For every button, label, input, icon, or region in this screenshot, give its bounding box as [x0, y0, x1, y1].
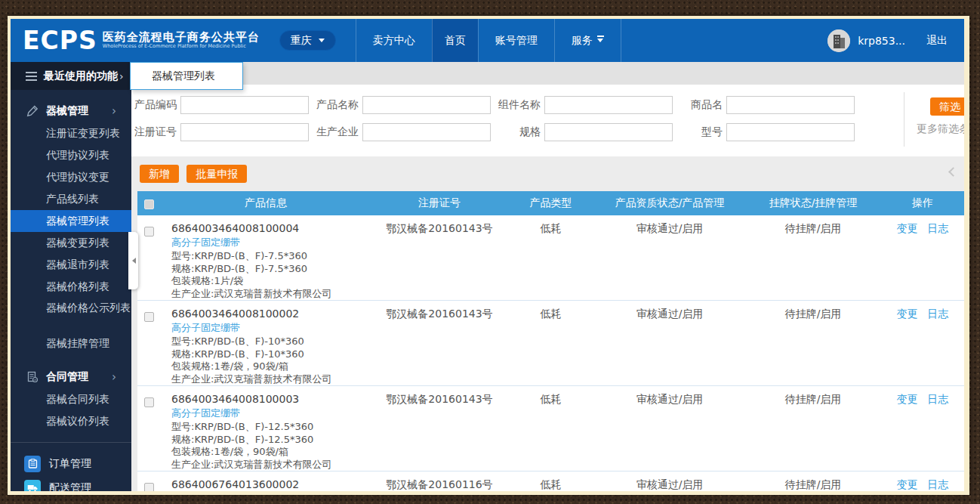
user-avatar[interactable] [827, 29, 850, 52]
row-checkbox[interactable] [144, 483, 154, 492]
chevron-right-icon: › [112, 370, 116, 384]
order-clipboard-icon [24, 456, 41, 472]
registration-no-label: 注册证号 [131, 125, 177, 139]
nav-home[interactable]: 首页 [432, 19, 478, 62]
log-link[interactable]: 日志 [927, 222, 948, 234]
log-link[interactable]: 日志 [927, 478, 948, 490]
sidebar-section-device-management[interactable]: 器械管理 › [11, 100, 131, 122]
sidebar-collapse-handle[interactable] [128, 232, 138, 289]
row-checkbox[interactable] [144, 312, 154, 322]
back-chevron-icon[interactable] [948, 167, 958, 177]
manufacturer-input[interactable] [362, 123, 491, 141]
recently-used-header[interactable]: 最近使用的功能 › [11, 62, 131, 90]
sidebar-item-product-line-list[interactable]: 产品线列表 [11, 188, 131, 210]
filter-button[interactable]: 筛选 [930, 97, 964, 116]
col-operations: 操作 [881, 196, 964, 210]
sidebar-section-contract-management[interactable]: 合同管理 › [11, 366, 131, 388]
listing-status: 待挂牌/启用 [745, 308, 881, 321]
sidebar-item-registration-change-list[interactable]: 注册证变更列表 [11, 122, 131, 144]
qualification-status: 审核通过/启用 [594, 308, 745, 321]
listing-status: 待挂牌/启用 [745, 393, 881, 407]
user-area: krp853... 退出 [827, 19, 964, 62]
sidebar-item-order-management[interactable]: 订单管理 [11, 452, 131, 475]
product-table: 产品信息 注册证号 产品类型 产品资质状态/产品管理 挂牌状态/挂牌管理 操作 … [137, 191, 964, 491]
sidebar-item-agency-agreement-change[interactable]: 代理协议变更 [11, 166, 131, 188]
product-code-input[interactable] [180, 96, 309, 114]
sidebar-item-agency-agreement-list[interactable]: 代理协议列表 [11, 144, 131, 166]
table-row: 6864003464008100004 高分子固定绷带 型号:KRP/BD-(B… [137, 215, 964, 301]
sidebar-item-device-change-list[interactable]: 器械变更列表 [11, 232, 131, 254]
listing-status: 待挂牌/启用 [745, 222, 881, 236]
contract-icon [26, 371, 39, 383]
nav-account-management[interactable]: 账号管理 [478, 19, 554, 62]
product-name-link[interactable]: 高分子固定绷带 [171, 237, 371, 249]
recently-used-label: 最近使用的功能 [44, 70, 118, 83]
change-link[interactable]: 变更 [897, 308, 918, 320]
recent-dropdown-label: 器械管理列表 [152, 70, 215, 83]
sidebar-item-device-price-list[interactable]: 器械价格列表 [11, 276, 131, 298]
col-registration-no: 注册证号 [371, 196, 507, 210]
model-input[interactable] [726, 123, 855, 141]
topbar: ECPS 医药全流程电子商务公共平台 WholeProcess of E-Com… [11, 19, 964, 62]
sidebar-divider [11, 442, 131, 443]
select-all-checkbox[interactable] [144, 199, 154, 209]
registration-no-input[interactable] [180, 123, 309, 141]
product-code: 6864003464008100004 [171, 222, 371, 235]
platform-title: 医药全流程电子商务公共平台 [103, 31, 260, 44]
sidebar-item-device-negotiation-list[interactable]: 器械议价列表 [11, 410, 131, 432]
main-content: 产品编码 产品名称 组件名称 商品名 注册证号 [131, 85, 964, 491]
platform-subtitle: WholeProcess of E-Commerce Platform for … [103, 44, 260, 49]
component-name-input[interactable] [544, 96, 673, 114]
nav-services[interactable]: 服务 [554, 19, 621, 62]
registration-no: 鄂汉械备20160116号 [371, 478, 507, 491]
change-link[interactable]: 变更 [897, 393, 918, 405]
section-title: 器械管理 [46, 104, 88, 118]
component-name-label: 组件名称 [495, 98, 541, 112]
services-dropdown-icon [597, 36, 604, 45]
region-selector[interactable]: 重庆 [279, 30, 336, 51]
sidebar-item-device-listing-management[interactable]: 器械挂牌管理 [11, 332, 131, 354]
registration-no: 鄂汉械备20160143号 [371, 308, 507, 321]
product-name-link[interactable]: 高分子固定绷带 [171, 322, 371, 335]
product-type: 低耗 [507, 308, 594, 321]
sidebar-item-device-price-publicity-list[interactable]: 器械价格公示列表 [11, 298, 131, 332]
log-link[interactable]: 日志 [927, 308, 948, 320]
change-link[interactable]: 变更 [897, 478, 918, 490]
section-title: 合同管理 [46, 370, 88, 384]
product-code: 6864006764013600002 [171, 478, 371, 491]
registration-no: 鄂汉械备20160143号 [371, 393, 507, 407]
product-manufacturer: 生产企业:武汉克瑞普新技术有限公司 [171, 373, 371, 386]
main-nav: 卖方中心 首页 账号管理 服务 [356, 19, 621, 62]
change-link[interactable]: 变更 [897, 222, 918, 234]
model-label: 型号 [677, 125, 723, 139]
batch-declare-button[interactable]: 批量申报 [186, 165, 247, 183]
col-listing-status: 挂牌状态/挂牌管理 [745, 196, 881, 210]
col-qualification-status: 产品资质状态/产品管理 [594, 196, 745, 210]
sidebar-item-device-delisting-list[interactable]: 器械退市列表 [11, 254, 131, 276]
nav-seller-center[interactable]: 卖方中心 [356, 19, 432, 62]
sidebar-bottom-label: 订单管理 [49, 457, 91, 471]
product-model: 型号:KRP/BD-(B、F)-10*360 [171, 335, 371, 348]
product-name-link[interactable]: 高分子固定绷带 [171, 407, 371, 420]
col-product-info: 产品信息 [160, 196, 371, 210]
row-checkbox[interactable] [144, 227, 154, 237]
logo-text: ECPS [23, 26, 97, 55]
sidebar-item-device-management-list[interactable]: 器械管理列表 [11, 210, 131, 232]
username[interactable]: krp853... [858, 35, 905, 47]
log-link[interactable]: 日志 [927, 393, 948, 405]
product-code: 6864003464008100003 [171, 393, 371, 406]
sidebar-item-delivery-management[interactable]: 配送管理 [11, 476, 131, 491]
add-button[interactable]: 新增 [140, 165, 179, 183]
product-spec: 规格:KRP/BD-(B、F)-7.5*360 [171, 263, 371, 276]
delivery-truck-icon [24, 480, 41, 492]
logout-button[interactable]: 退出 [926, 34, 948, 48]
nav-label: 服务 [572, 34, 593, 48]
pen-icon [26, 105, 39, 117]
sidebar-item-device-contract-list[interactable]: 器械合同列表 [11, 388, 131, 410]
spec-input[interactable] [544, 123, 673, 141]
recent-dropdown-item[interactable]: 器械管理列表 [130, 62, 243, 90]
row-checkbox[interactable] [144, 397, 154, 407]
more-filters-link[interactable]: 更多筛选条件 [917, 122, 964, 136]
trade-name-input[interactable] [726, 96, 855, 114]
product-name-input[interactable] [362, 96, 491, 114]
